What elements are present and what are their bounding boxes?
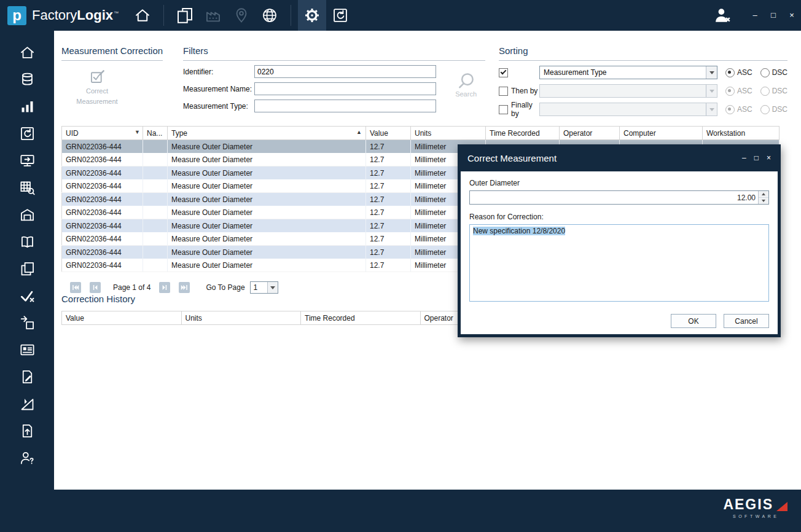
column-header[interactable]: Value [366, 127, 411, 140]
last-page-button[interactable] [179, 282, 190, 293]
document-export-icon [19, 423, 36, 439]
spinner-down-icon[interactable] [759, 198, 768, 204]
next-page-button[interactable] [159, 282, 170, 293]
dialog-minimize-button[interactable]: – [742, 154, 746, 162]
sidebar-item-database[interactable] [0, 66, 54, 93]
filter-dropdown-icon[interactable]: ▼ [135, 129, 140, 135]
location-pin-icon[interactable] [227, 0, 256, 31]
sidebar-item-table-search[interactable] [0, 174, 54, 201]
sort-ascending-icon: ▲ [356, 129, 362, 135]
identifier-label: Identifier: [183, 68, 254, 76]
sidebar-item-copy[interactable] [0, 255, 54, 282]
sidebar-item-user-question[interactable] [0, 444, 54, 471]
chevron-down-icon[interactable] [706, 85, 717, 97]
column-header[interactable]: Time Recorded [301, 311, 421, 325]
correct-measurement-icon [89, 69, 106, 85]
sort-enable-checkbox[interactable] [499, 87, 508, 96]
column-header[interactable]: Units [411, 127, 486, 140]
settings-gear-icon[interactable] [298, 0, 326, 31]
sorting-section: Sorting Measurement TypeASCDSCThen byASC… [499, 45, 787, 116]
dialog-title: Correct Measurement [467, 153, 557, 163]
sidebar-item-home[interactable] [0, 39, 54, 66]
spinner-up-icon[interactable] [759, 191, 768, 198]
sort-dsc-radio[interactable]: DSC [760, 87, 787, 96]
sort-enable-checkbox[interactable] [499, 68, 508, 77]
maximize-button[interactable]: □ [768, 0, 779, 31]
book-icon [19, 233, 36, 250]
sort-field-select[interactable]: Measurement Type [539, 66, 717, 79]
sorting-title: Sorting [499, 45, 787, 61]
correct-measurement-button[interactable]: Correct Measurement [70, 69, 124, 106]
sidebar-item-document-edit[interactable] [0, 363, 54, 390]
sidebar-item-document-export[interactable] [0, 417, 54, 444]
dialog-close-button[interactable]: × [767, 154, 771, 162]
sort-asc-radio[interactable]: ASC [725, 68, 752, 77]
search-icon [457, 71, 475, 90]
reason-textarea[interactable]: New specification 12/8/2020 [469, 224, 769, 302]
first-page-button[interactable] [70, 282, 81, 293]
logo-letter: p [12, 7, 21, 24]
column-header[interactable]: Operator [560, 127, 620, 140]
goto-page-select[interactable]: 1 [250, 281, 278, 294]
dialog-title-bar[interactable]: Correct Measurement – □ × [461, 144, 778, 171]
sidebar-item-chart[interactable] [0, 93, 54, 120]
sort-row-label: Finally by [511, 101, 539, 118]
sort-asc-radio[interactable]: ASC [725, 105, 752, 114]
identifier-input[interactable] [254, 65, 436, 78]
sort-dsc-radio[interactable]: DSC [760, 105, 787, 114]
sort-dsc-radio[interactable]: DSC [760, 68, 787, 77]
globe-icon[interactable] [256, 0, 284, 31]
dialog-maximize-button[interactable]: □ [754, 154, 759, 162]
chevron-down-icon[interactable] [267, 282, 278, 293]
chevron-down-icon[interactable] [706, 66, 717, 79]
sort-enable-checkbox[interactable] [499, 105, 508, 114]
measurement-name-input[interactable] [254, 82, 436, 95]
cancel-button[interactable]: Cancel [724, 314, 769, 328]
toolbar-separator [163, 5, 164, 26]
reason-for-correction-label: Reason for Correction: [469, 213, 769, 221]
database-icon [19, 71, 36, 88]
documents-icon[interactable] [171, 0, 199, 31]
sidebar-item-card[interactable] [0, 336, 54, 363]
sort-asc-radio[interactable]: ASC [725, 87, 752, 96]
search-button[interactable]: Search [455, 71, 477, 98]
ok-button[interactable]: OK [671, 314, 716, 328]
chevron-down-icon[interactable] [706, 103, 717, 115]
column-header[interactable]: Computer [620, 127, 703, 140]
measurement-type-input[interactable] [254, 100, 436, 112]
column-header[interactable]: UID▼ [62, 127, 143, 140]
home-icon[interactable] [128, 0, 157, 31]
sidebar-item-check[interactable] [0, 282, 54, 309]
sort-field-select[interactable] [539, 103, 717, 116]
column-header[interactable]: Na... [143, 127, 168, 140]
column-header[interactable]: Workstation [703, 127, 780, 140]
column-header[interactable]: Type▲ [168, 127, 366, 140]
minimize-button[interactable]: – [749, 0, 760, 31]
copy-icon [19, 260, 36, 277]
close-button[interactable]: × [786, 0, 797, 31]
user-logout-icon[interactable] [713, 6, 732, 25]
sort-row: Finally byASCDSC [499, 103, 787, 116]
factorylogix-logo: p [7, 6, 26, 25]
sidebar-item-warehouse[interactable] [0, 201, 54, 228]
top-bar: p FactoryLogix™ – □ × [0, 0, 801, 31]
footer-bar: AEGIS SOFTWARE [0, 490, 801, 532]
sidebar-item-design-ruler[interactable] [0, 390, 54, 417]
check-icon [19, 288, 36, 304]
sidebar-item-monitor[interactable] [0, 147, 54, 174]
outer-diameter-label: Outer Diameter [469, 179, 769, 187]
factory-icon[interactable] [199, 0, 227, 31]
column-header[interactable]: Value [62, 311, 182, 325]
filters-title: Filters [183, 45, 485, 61]
previous-page-button[interactable] [90, 282, 101, 293]
sidebar-item-history[interactable] [0, 120, 54, 147]
outer-diameter-input[interactable]: 12.00 [469, 190, 769, 205]
sidebar-item-import[interactable] [0, 309, 54, 336]
history-icon [19, 125, 36, 142]
column-header[interactable]: Units [181, 311, 301, 325]
column-header[interactable]: Time Recorded [486, 127, 560, 140]
sort-field-select[interactable] [539, 84, 717, 98]
history-undo-icon[interactable] [326, 0, 354, 31]
sidebar-item-book[interactable] [0, 228, 54, 255]
correct-measurement-dialog: Correct Measurement – □ × Outer Diameter… [458, 144, 781, 337]
